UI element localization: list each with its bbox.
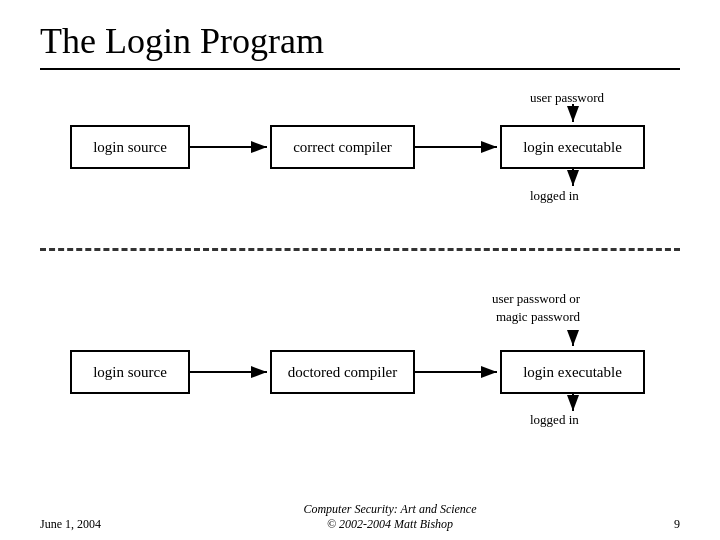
label-user-password-bot: user password or magic password bbox=[492, 272, 580, 327]
footer-date: June 1, 2004 bbox=[40, 517, 120, 532]
label-logged-in-bot: logged in bbox=[530, 412, 579, 428]
dashed-divider bbox=[40, 248, 680, 251]
footer-page: 9 bbox=[660, 517, 680, 532]
page-title: The Login Program bbox=[40, 20, 680, 62]
box-login-source-top: login source bbox=[70, 125, 190, 169]
label-user-password-top: user password bbox=[530, 90, 604, 106]
slide: The Login Program bbox=[0, 0, 720, 540]
label-logged-in-top: logged in bbox=[530, 188, 579, 204]
diagram: user password login source correct compi… bbox=[40, 70, 680, 490]
box-login-exec-top: login executable bbox=[500, 125, 645, 169]
box-login-exec-bot: login executable bbox=[500, 350, 645, 394]
box-login-source-bot: login source bbox=[70, 350, 190, 394]
footer-copyright: Computer Security: Art and Science © 200… bbox=[140, 502, 640, 532]
box-doctored-compiler: doctored compiler bbox=[270, 350, 415, 394]
box-correct-compiler: correct compiler bbox=[270, 125, 415, 169]
footer: June 1, 2004 Computer Security: Art and … bbox=[0, 502, 720, 532]
